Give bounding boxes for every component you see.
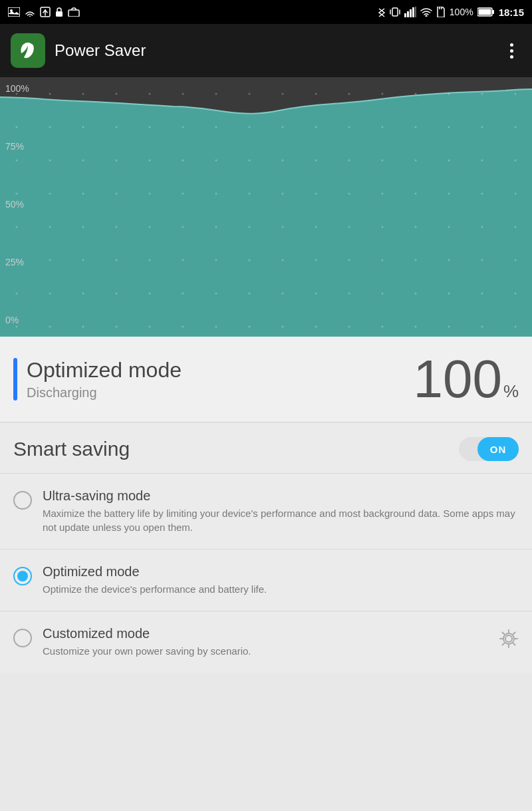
status-icons-right: 100% 18:15	[378, 6, 524, 18]
customized-content: Customized mode Customize your own power…	[43, 626, 488, 658]
svg-rect-5	[56, 11, 63, 17]
svg-rect-19	[492, 10, 494, 14]
bluetooth-icon	[378, 6, 386, 18]
ultra-saving-desc: Maximize the battery life by limiting yo…	[43, 506, 519, 534]
vibrate-icon	[390, 7, 400, 17]
current-mode-name: Optimized mode	[27, 358, 182, 383]
svg-rect-11	[407, 11, 409, 17]
battery-panel-left: Optimized mode Discharging	[13, 358, 182, 401]
svg-point-2	[29, 16, 31, 17]
svg-point-15	[425, 15, 427, 17]
customized-mode-title: Customized mode	[43, 626, 488, 641]
svg-rect-12	[410, 9, 412, 17]
svg-rect-7	[392, 8, 398, 16]
optimized-mode-option[interactable]: Optimized mode Optimize the device's per…	[0, 549, 532, 611]
leaf-icon	[17, 40, 39, 61]
upload-icon	[40, 7, 51, 17]
battery-text-block: Optimized mode Discharging	[27, 358, 182, 401]
app-bar-left: Power Saver	[11, 33, 146, 68]
customized-mode-option[interactable]: Customized mode Customize your own power…	[0, 611, 532, 673]
briefcase-icon	[68, 7, 80, 17]
smart-saving-title: Smart saving	[13, 438, 130, 460]
battery-status-panel: Optimized mode Discharging 100 %	[0, 337, 532, 422]
menu-button[interactable]	[501, 43, 521, 59]
svg-rect-20	[478, 9, 491, 15]
status-icons-left	[8, 7, 80, 17]
optimized-mode-title: Optimized mode	[43, 564, 519, 579]
optimized-mode-desc: Optimize the device's performance and ba…	[43, 582, 519, 596]
ultra-saving-content: Ultra-saving mode Maximize the battery l…	[43, 488, 519, 534]
optimized-radio-inner	[17, 571, 28, 581]
svg-point-24	[505, 635, 512, 642]
battery-chart: 100% 75% 50% 25% 0%	[0, 77, 532, 337]
app-icon	[11, 33, 45, 68]
customized-mode-desc: Customize your own power saving by scena…	[43, 644, 488, 658]
app-title: Power Saver	[55, 41, 146, 60]
smart-saving-section: Smart saving ON Ultra-saving mode Maximi…	[0, 422, 532, 673]
toggle-switch[interactable]: ON	[459, 437, 519, 461]
battery-percent-number: 100	[413, 353, 501, 406]
smart-saving-header: Smart saving ON	[0, 422, 532, 473]
svg-rect-13	[412, 7, 414, 17]
ultra-saving-radio[interactable]	[13, 491, 32, 510]
ultra-saving-mode-option[interactable]: Ultra-saving mode Maximize the battery l…	[0, 473, 532, 549]
ultra-saving-title: Ultra-saving mode	[43, 488, 519, 504]
picture-icon	[8, 7, 20, 17]
toggle-knob: ON	[477, 437, 519, 461]
svg-rect-6	[68, 10, 79, 17]
wifi-icon	[24, 7, 36, 17]
battery-percent-symbol: %	[503, 381, 519, 402]
lock-icon	[55, 7, 64, 17]
optimized-radio[interactable]	[13, 567, 32, 585]
smart-saving-toggle[interactable]: ON	[459, 437, 519, 461]
battery-text: 100%	[450, 7, 473, 17]
status-bar: 100% 18:15	[0, 0, 532, 24]
status-time: 18:15	[499, 7, 524, 18]
gear-icon[interactable]	[499, 629, 519, 649]
battery-icon	[477, 7, 495, 17]
wifi-status-icon	[420, 7, 432, 17]
svg-rect-0	[8, 7, 20, 17]
signal-icon	[404, 7, 416, 17]
svg-rect-23	[0, 77, 532, 337]
svg-rect-14	[415, 7, 416, 17]
battery-percentage: 100 %	[413, 353, 519, 406]
sdcard-icon	[436, 7, 446, 17]
optimized-content: Optimized mode Optimize the device's per…	[43, 564, 519, 596]
chart-svg	[0, 77, 532, 337]
mode-indicator-bar	[13, 358, 17, 401]
battery-status-text: Discharging	[27, 385, 182, 401]
toggle-on-label: ON	[490, 444, 507, 455]
app-bar: Power Saver	[0, 24, 532, 77]
svg-rect-10	[404, 13, 406, 17]
customized-radio[interactable]	[13, 629, 32, 647]
